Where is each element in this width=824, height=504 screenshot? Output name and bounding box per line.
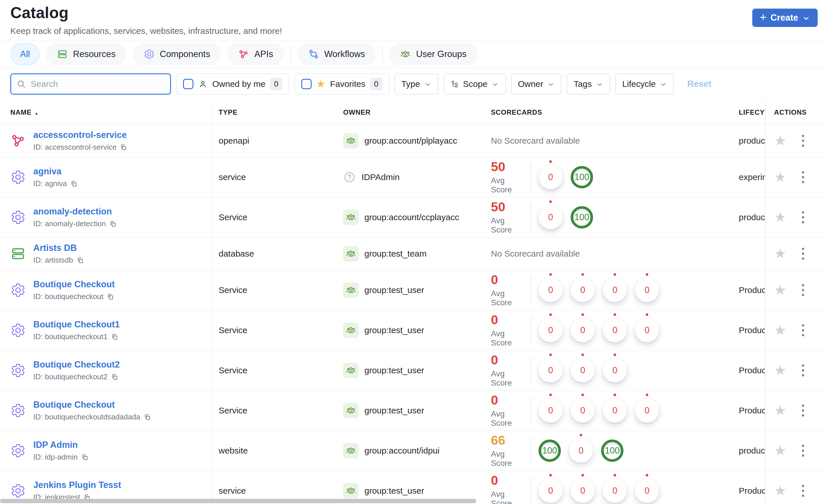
user-group-icon bbox=[400, 49, 411, 59]
lifecycle-cell: production bbox=[739, 446, 765, 456]
scorecard-circle-zero: 0 bbox=[538, 358, 562, 382]
avg-score: 50Avg Score bbox=[491, 201, 528, 235]
copy-icon[interactable] bbox=[109, 220, 117, 228]
owner-group-badge-icon bbox=[343, 282, 358, 298]
copy-icon[interactable] bbox=[111, 373, 118, 381]
owner-cell: group:account/plplayacc bbox=[343, 133, 489, 148]
gear-icon bbox=[10, 169, 26, 185]
favorite-star-icon[interactable] bbox=[774, 364, 787, 377]
scorecards-cell: 0Avg Score0000 bbox=[489, 313, 739, 348]
favorite-star-icon[interactable] bbox=[774, 444, 787, 458]
scorecard-circle-zero: 0 bbox=[635, 278, 659, 302]
table-row: IDP AdminID: idp-adminwebsitegroup:accou… bbox=[0, 431, 824, 471]
tab-all[interactable]: All bbox=[10, 43, 39, 66]
table-row: anomaly-detectionID: anomaly-detectionSe… bbox=[0, 198, 824, 238]
filter-dropdown-type[interactable]: Type bbox=[395, 74, 438, 95]
kebab-menu-icon[interactable] bbox=[801, 170, 805, 184]
kebab-menu-icon[interactable] bbox=[801, 444, 805, 458]
copy-icon[interactable] bbox=[111, 333, 118, 341]
favorite-star-icon[interactable] bbox=[774, 134, 787, 148]
entity-name-link[interactable]: accesscontrol-service bbox=[33, 130, 127, 140]
owned-by-me-filter[interactable]: Owned by me 0 bbox=[176, 74, 289, 95]
copy-icon[interactable] bbox=[70, 180, 78, 187]
filter-dropdown-scope[interactable]: Scope bbox=[443, 74, 506, 95]
tab-components[interactable]: Components bbox=[133, 43, 221, 66]
tab-label: User Groups bbox=[416, 49, 467, 59]
kebab-menu-icon[interactable] bbox=[801, 403, 805, 418]
copy-icon[interactable] bbox=[77, 257, 84, 264]
owner-cell: group:account/ccplayacc bbox=[343, 210, 489, 225]
favorite-star-icon[interactable] bbox=[774, 484, 787, 498]
type-cell: Service bbox=[212, 326, 343, 335]
entity-name-link[interactable]: Boutique Checkout bbox=[33, 400, 151, 410]
entity-id-label: ID: boutiquecheckout1 bbox=[33, 332, 108, 341]
scorecard-circle-zero: 0 bbox=[571, 479, 595, 503]
create-button[interactable]: Create bbox=[752, 9, 818, 27]
owned-by-me-checkbox[interactable] bbox=[183, 79, 193, 89]
owner-cell: group:test_team bbox=[343, 246, 489, 261]
type-cell: database bbox=[212, 249, 343, 259]
kebab-menu-icon[interactable] bbox=[801, 134, 805, 148]
avg-score: 0Avg Score bbox=[491, 313, 528, 348]
tab-workflows[interactable]: Workflows bbox=[297, 43, 376, 66]
column-header-lifecycle: LIFECYCLE bbox=[739, 108, 765, 116]
copy-icon[interactable] bbox=[107, 293, 114, 300]
table-header: NAME TYPE OWNER SCORECARDS LIFECYCLE ACT… bbox=[0, 101, 824, 125]
tab-apis[interactable]: APIs bbox=[227, 43, 284, 66]
lifecycle-cell: production bbox=[739, 213, 765, 222]
name-cell: Artists DBID: artistsdb bbox=[10, 238, 212, 270]
entity-name-link[interactable]: Boutique Checkout bbox=[33, 279, 115, 289]
search-input[interactable] bbox=[30, 79, 165, 89]
entity-name-link[interactable]: Artists DB bbox=[33, 243, 84, 253]
actions-cell bbox=[765, 157, 824, 197]
owner-label: group:test_user bbox=[365, 486, 424, 496]
favorite-star-icon[interactable] bbox=[774, 283, 787, 297]
copy-icon[interactable] bbox=[120, 144, 127, 151]
horizontal-scrollbar-thumb[interactable] bbox=[0, 499, 476, 503]
favorites-filter[interactable]: Favorites 0 bbox=[294, 74, 389, 95]
tab-resources[interactable]: Resources bbox=[46, 43, 126, 66]
avg-score-label: Avg Score bbox=[491, 369, 528, 388]
entity-name-link[interactable]: Jenkins Plugin Tesst bbox=[33, 480, 121, 490]
chevron-down-icon bbox=[802, 14, 810, 22]
avg-score-label: Avg Score bbox=[491, 216, 528, 235]
chevron-down-icon bbox=[547, 81, 554, 88]
lifecycle-cell: Production bbox=[739, 366, 765, 375]
owner-group-badge-icon bbox=[343, 403, 358, 418]
entity-name-link[interactable]: Boutique Checkout1 bbox=[33, 320, 120, 330]
column-header-name[interactable]: NAME bbox=[10, 101, 212, 124]
favorite-star-icon[interactable] bbox=[774, 170, 787, 184]
filter-dropdown-lifecycle[interactable]: Lifecycle bbox=[615, 74, 674, 95]
favorite-star-icon[interactable] bbox=[774, 404, 787, 417]
copy-icon[interactable] bbox=[81, 454, 89, 461]
kebab-menu-icon[interactable] bbox=[801, 210, 805, 225]
kebab-menu-icon[interactable] bbox=[801, 247, 805, 261]
dropdown-label: Type bbox=[401, 79, 420, 89]
entity-name-link[interactable]: anomaly-detection bbox=[33, 207, 117, 217]
entity-id: ID: anomaly-detection bbox=[33, 219, 117, 228]
person-icon bbox=[198, 79, 208, 89]
filter-dropdown-tags[interactable]: Tags bbox=[566, 74, 610, 95]
filter-dropdown-owner[interactable]: Owner bbox=[511, 74, 561, 95]
entity-id: ID: agniva bbox=[33, 179, 78, 188]
scorecard-circle-zero: 0 bbox=[571, 358, 595, 382]
favorite-star-icon[interactable] bbox=[774, 211, 787, 224]
reset-button[interactable]: Reset bbox=[687, 79, 711, 89]
favorites-checkbox[interactable] bbox=[301, 79, 312, 89]
table-row: Boutique CheckoutID: boutiquecheckoutdsa… bbox=[0, 391, 824, 431]
page-subtitle: Keep track of applications, services, we… bbox=[10, 26, 282, 36]
entity-name-link[interactable]: IDP Admin bbox=[33, 440, 89, 450]
kebab-menu-icon[interactable] bbox=[801, 363, 805, 378]
entity-name-link[interactable]: Boutique Checkout2 bbox=[33, 360, 120, 370]
kebab-menu-icon[interactable] bbox=[801, 323, 805, 338]
kebab-menu-icon[interactable] bbox=[801, 484, 805, 498]
name-block: Jenkins Plugin TesstID: jenkinstest bbox=[33, 480, 121, 502]
entity-name-link[interactable]: agniva bbox=[33, 166, 78, 176]
avg-score-value: 0 bbox=[491, 273, 528, 286]
copy-icon[interactable] bbox=[144, 413, 151, 421]
favorite-star-icon[interactable] bbox=[774, 324, 787, 337]
kebab-menu-icon[interactable] bbox=[801, 283, 805, 297]
tab-user-groups[interactable]: User Groups bbox=[389, 43, 478, 66]
favorite-star-icon[interactable] bbox=[774, 247, 787, 261]
entity-id-label: ID: anomaly-detection bbox=[33, 219, 106, 228]
